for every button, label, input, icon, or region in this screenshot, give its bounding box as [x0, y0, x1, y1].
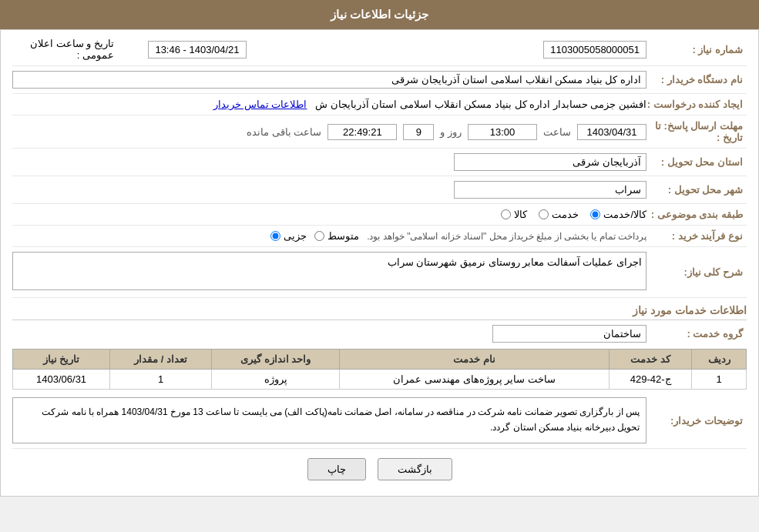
deadline-label: مهلت ارسال پاسخ: تا تاریخ : — [646, 120, 747, 143]
buyer-org-row: نام دستگاه خریدار : — [12, 71, 747, 94]
description-row: شرح کلی نیاز: — [12, 252, 747, 298]
deadline-row: مهلت ارسال پاسخ: تا تاریخ : 1403/04/31 س… — [12, 120, 747, 149]
creator-link[interactable]: اطلاعات تماس خریدار — [213, 99, 307, 110]
category-kala-item: کالا — [501, 209, 527, 220]
city-row: شهر محل تحویل : — [12, 181, 747, 204]
announce-label: تاریخ و ساعت اعلان عمومی : — [12, 38, 120, 61]
process-mutavassit-item: متوسط — [314, 230, 359, 242]
service-group-label: گروه خدمت : — [646, 328, 747, 340]
page-header: جزئیات اطلاعات نیاز — [0, 0, 759, 29]
need-number-row: شماره نیاز : 1103005058000051 1403/04/21… — [12, 38, 747, 66]
province-input[interactable] — [454, 153, 646, 171]
province-row: استان محل تحویل : — [12, 153, 747, 176]
city-input[interactable] — [454, 181, 646, 199]
creator-value: افشین جزمی حسابدار اداره کل بنیاد مسکن ا… — [315, 99, 646, 110]
creator-label: ایجاد کننده درخواست : — [646, 99, 747, 110]
deadline-days-label: روز و — [440, 126, 462, 138]
announce-value: 1403/04/21 - 13:46 — [148, 41, 246, 59]
buyer-org-input[interactable] — [12, 71, 646, 89]
col-row: ردیف — [692, 350, 747, 370]
col-date: تاریخ نیاز — [13, 350, 110, 370]
service-group-input[interactable] — [492, 325, 646, 343]
need-number-value: 1103005058000051 — [543, 41, 646, 59]
deadline-remaining-value: 22:49:21 — [327, 124, 397, 140]
process-jazii-label: جزیی — [284, 230, 307, 242]
category-row: طبقه بندی موضوعی : کالا خدمت کالا/خدمت — [12, 209, 747, 226]
city-label: شهر محل تحویل : — [646, 184, 747, 196]
deadline-time-label: ساعت — [543, 126, 571, 138]
category-khedmat-item: خدمت — [539, 209, 579, 220]
notes-row: توضیحات خریدار: پس از بارگزاری تصویر ضما… — [12, 397, 747, 449]
deadline-days-value: 9 — [403, 124, 434, 140]
category-khedmat-label: خدمت — [552, 209, 579, 220]
process-jazii-radio[interactable] — [270, 231, 280, 241]
description-label: شرح کلی نیاز: — [646, 266, 747, 278]
process-row: نوع فرآیند خرید : پرداخت تمام یا بخشی از… — [12, 230, 747, 247]
col-qty: تعداد / مقدار — [110, 350, 212, 370]
process-mutavassit-label: متوسط — [327, 230, 359, 242]
category-kala-radio[interactable] — [501, 209, 511, 219]
services-section-title: اطلاعات خدمات مورد نیاز — [12, 304, 747, 320]
col-name: نام خدمت — [340, 350, 610, 370]
province-label: استان محل تحویل : — [646, 156, 747, 168]
service-group-row: گروه خدمت : — [12, 325, 747, 343]
col-unit: واحد اندازه گیری — [212, 350, 340, 370]
category-kala-label: کالا — [514, 209, 527, 220]
category-kala-khedmat-item: کالا/خدمت — [590, 209, 646, 220]
need-number-label: شماره نیاز : — [646, 44, 747, 55]
print-button[interactable]: چاپ — [307, 458, 366, 480]
table-header-row: ردیف کد خدمت نام خدمت واحد اندازه گیری ت… — [13, 350, 747, 370]
col-code: کد خدمت — [609, 350, 691, 370]
notes-content: پس از بارگزاری تصویر ضمانت نامه شرکت در … — [12, 397, 646, 443]
page-title: جزئیات اطلاعات نیاز — [331, 8, 428, 21]
table-row: 1ج-42-429ساخت سایر پروژه‌های مهندسی عمرا… — [13, 370, 747, 390]
deadline-remaining-label: ساعت باقی مانده — [247, 126, 321, 138]
back-button[interactable]: بازگشت — [378, 458, 452, 480]
button-row: بازگشت چاپ — [12, 458, 747, 480]
category-kala-khedmat-radio[interactable] — [590, 209, 600, 219]
category-kala-khedmat-label: کالا/خدمت — [603, 209, 646, 220]
deadline-date: 1403/04/31 — [577, 124, 646, 140]
process-mutavassit-radio[interactable] — [314, 231, 324, 241]
process-label: نوع فرآیند خرید : — [646, 230, 747, 242]
services-table: ردیف کد خدمت نام خدمت واحد اندازه گیری ت… — [12, 349, 747, 390]
creator-row: ایجاد کننده درخواست : افشین جزمی حسابدار… — [12, 99, 747, 115]
category-khedmat-radio[interactable] — [539, 209, 549, 219]
buyer-org-label: نام دستگاه خریدار : — [646, 74, 747, 85]
deadline-time-value: 13:00 — [468, 124, 537, 140]
category-label: طبقه بندی موضوعی : — [646, 209, 747, 220]
notes-label: توضیحات خریدار: — [646, 415, 747, 427]
process-jazii-item: جزیی — [270, 230, 307, 242]
description-textarea[interactable] — [12, 252, 646, 290]
process-description: پرداخت تمام یا بخشی از مبلغ خریداز محل "… — [367, 231, 646, 242]
